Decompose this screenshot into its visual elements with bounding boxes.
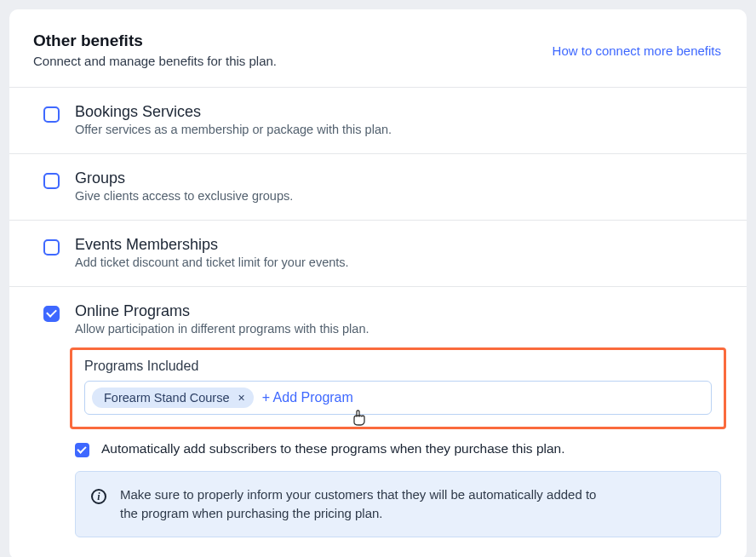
checkbox-auto-add[interactable]: [75, 443, 89, 457]
checkbox-groups[interactable]: [43, 173, 60, 189]
benefit-title: Online Programs: [75, 302, 721, 320]
info-text: Make sure to properly inform your custom…: [120, 485, 597, 523]
benefit-row-events: Events Memberships Add ticket discount a…: [9, 220, 747, 286]
benefit-title: Groups: [75, 169, 721, 187]
programs-panel: Programs Included Forearm Stand Course ×…: [75, 347, 721, 537]
benefit-body-groups: Groups Give clients access to exclusive …: [75, 169, 721, 203]
benefit-desc: Allow participation in different program…: [75, 322, 721, 336]
benefit-row-online-programs: Online Programs Allow participation in d…: [9, 286, 747, 557]
auto-add-label: Automatically add subscribers to these p…: [101, 441, 565, 457]
info-callout: i Make sure to properly inform your cust…: [75, 471, 721, 537]
benefit-title: Events Memberships: [75, 236, 721, 254]
remove-chip-icon[interactable]: ×: [238, 392, 244, 404]
card-header: Other benefits Connect and manage benefi…: [9, 9, 747, 87]
info-icon: i: [91, 489, 106, 504]
benefit-body-bookings: Bookings Services Offer services as a me…: [75, 103, 721, 136]
benefit-title: Bookings Services: [75, 103, 721, 121]
program-chip: Forearm Stand Course ×: [92, 388, 254, 408]
header-text-block: Other benefits Connect and manage benefi…: [33, 32, 277, 68]
checkbox-bookings[interactable]: [43, 106, 60, 123]
card-subtitle: Connect and manage benefits for this pla…: [33, 54, 277, 68]
programs-input[interactable]: Forearm Stand Course × + Add Program: [84, 381, 712, 415]
benefit-row-bookings: Bookings Services Offer services as a me…: [9, 87, 747, 153]
programs-highlight: Programs Included Forearm Stand Course ×…: [70, 347, 726, 429]
benefits-card: Other benefits Connect and manage benefi…: [9, 9, 747, 557]
programs-field-label: Programs Included: [84, 359, 712, 374]
benefit-row-groups: Groups Give clients access to exclusive …: [9, 153, 747, 220]
checkbox-online-programs[interactable]: [43, 306, 60, 322]
checkbox-events[interactable]: [43, 239, 60, 256]
benefit-body-online-programs: Online Programs Allow participation in d…: [75, 302, 721, 537]
auto-add-row: Automatically add subscribers to these p…: [75, 441, 721, 457]
card-title: Other benefits: [33, 32, 277, 50]
help-link[interactable]: How to connect more benefits: [553, 32, 721, 58]
benefit-desc: Add ticket discount and ticket limit for…: [75, 256, 721, 269]
program-chip-label: Forearm Stand Course: [104, 391, 229, 405]
add-program-button[interactable]: + Add Program: [262, 390, 353, 405]
benefit-body-events: Events Memberships Add ticket discount a…: [75, 236, 721, 269]
benefit-desc: Give clients access to exclusive groups.: [75, 189, 721, 203]
benefit-desc: Offer services as a membership or packag…: [75, 123, 721, 136]
